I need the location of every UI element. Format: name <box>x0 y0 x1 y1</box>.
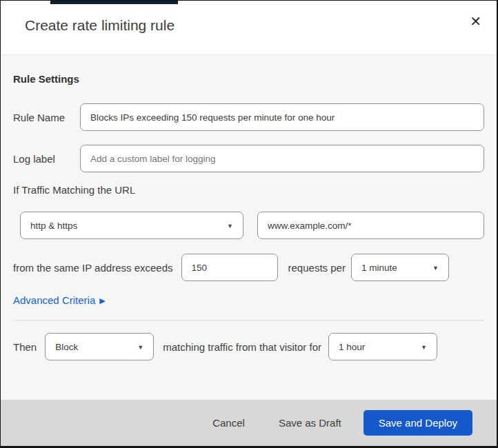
top-edge-artifact <box>50 1 178 4</box>
action-row: Then Block ▼ matching traffic from that … <box>13 333 484 360</box>
advanced-criteria-link[interactable]: Advanced Criteria ▶ <box>13 294 106 306</box>
rule-name-label: Rule Name <box>13 112 80 123</box>
threshold-prefix-text: from the same IP address exceeds <box>13 262 173 274</box>
log-label-row: Log label <box>13 145 484 172</box>
requests-per-text: requests per <box>288 262 346 274</box>
protocol-select-value: http & https <box>30 221 77 231</box>
chevron-down-icon: ▼ <box>227 223 233 230</box>
rule-name-row: Rule Name <box>13 103 484 131</box>
close-icon[interactable]: ✕ <box>467 12 484 31</box>
traffic-match-heading: If Traffic Matching the URL <box>13 184 484 196</box>
period-select[interactable]: 1 minute ▼ <box>351 254 449 281</box>
traffic-match-row: http & https ▼ <box>13 212 484 239</box>
arrow-right-icon: ▶ <box>99 296 105 305</box>
rule-settings-heading: Rule Settings <box>13 73 484 85</box>
save-and-deploy-button[interactable]: Save and Deploy <box>363 410 472 436</box>
advanced-criteria-label: Advanced Criteria <box>13 294 95 306</box>
log-label-input[interactable] <box>80 145 484 172</box>
chevron-down-icon: ▼ <box>432 265 439 272</box>
dialog-footer: Cancel Save as Draft Save and Deploy <box>1 400 497 446</box>
period-select-value: 1 minute <box>361 263 397 273</box>
action-select-value: Block <box>55 342 78 352</box>
rule-name-input[interactable] <box>80 103 484 131</box>
action-select[interactable]: Block ▼ <box>45 333 154 360</box>
protocol-select[interactable]: http & https ▼ <box>20 212 243 239</box>
log-label-label: Log label <box>13 153 80 165</box>
request-count-input[interactable] <box>181 254 278 281</box>
duration-select-value: 1 hour <box>339 342 365 352</box>
save-as-draft-button[interactable]: Save as Draft <box>276 411 344 434</box>
url-pattern-input[interactable] <box>257 212 484 239</box>
chevron-down-icon: ▼ <box>421 344 427 351</box>
threshold-row: from the same IP address exceeds request… <box>13 254 484 281</box>
then-text: Then <box>13 341 37 353</box>
dialog-body: Rule Settings Rule Name Log label If Tra… <box>1 55 497 400</box>
create-rate-limiting-rule-dialog: Create rate limiting rule ✕ Rule Setting… <box>0 0 498 448</box>
dialog-title: Create rate limiting rule <box>25 17 175 34</box>
chevron-down-icon: ▼ <box>137 344 143 351</box>
matching-traffic-text: matching traffic from that visitor for <box>163 341 321 353</box>
cancel-button[interactable]: Cancel <box>210 411 248 434</box>
dialog-header: Create rate limiting rule ✕ <box>1 1 497 55</box>
duration-select[interactable]: 1 hour ▼ <box>328 333 437 360</box>
section-divider <box>13 320 484 320</box>
